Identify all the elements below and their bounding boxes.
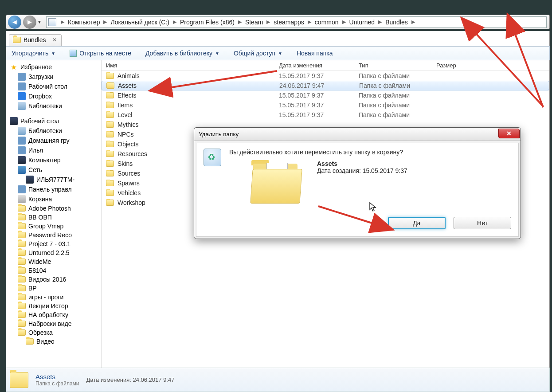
tree-item[interactable]: Библиотеки — [6, 126, 101, 136]
history-dropdown[interactable]: ▼ — [37, 20, 43, 24]
tree-item[interactable]: Илья — [6, 145, 101, 155]
tree-item[interactable]: Домашняя гру — [6, 136, 101, 145]
breadcrumb[interactable]: ▶ Компьютер▶ Локальный диск (C:)▶ Progra… — [46, 16, 547, 28]
file-name: Resources — [117, 150, 147, 157]
share-button[interactable]: Общий доступ ▼ — [234, 50, 282, 57]
crumb-disk-c[interactable]: Локальный диск (C:) — [110, 19, 169, 26]
item-icon — [18, 285, 26, 291]
crumb-steam[interactable]: Steam — [245, 19, 263, 26]
tree-item[interactable]: ИЛЬЯ777ТМ- — [6, 175, 101, 184]
tree-item[interactable]: ВР — [6, 284, 101, 293]
folder-icon — [106, 170, 114, 176]
tree-item[interactable]: Сеть — [6, 165, 101, 175]
tree-item[interactable]: Group Vmap — [6, 222, 101, 231]
details-name: Assets — [35, 373, 79, 380]
tree-downloads[interactable]: Загрузки — [6, 72, 101, 82]
add-to-library-button[interactable]: Добавить в библиотеку ▼ — [145, 50, 219, 57]
tree-item[interactable]: Обрезка — [6, 328, 101, 337]
file-row[interactable]: Items15.05.2017 9:37Папка с файлами — [102, 100, 549, 110]
file-name: Spawns — [117, 180, 140, 187]
item-icon — [18, 276, 26, 282]
tree-item[interactable]: Видео — [6, 337, 101, 346]
downloads-icon — [18, 73, 26, 81]
tree-desktop-root[interactable]: Рабочий стол — [6, 116, 101, 126]
delete-folder-dialog: Удалить папку ✕ Вы действительно хотите … — [194, 127, 521, 239]
dialog-titlebar[interactable]: Удалить папку ✕ — [194, 128, 521, 141]
tree-item[interactable]: Видосы 2016 — [6, 275, 101, 284]
tree-item[interactable]: Password Reco — [6, 231, 101, 239]
tree-item[interactable]: Наброски виде — [6, 319, 101, 328]
tree-item-label: Библиотеки — [28, 127, 62, 134]
organize-button[interactable]: Упорядочить ▼ — [12, 50, 55, 57]
item-icon — [18, 137, 26, 145]
tree-favorites[interactable]: ★Избранное — [6, 62, 101, 72]
folder-icon — [106, 180, 114, 186]
crumb-program-files[interactable]: Program Files (x86) — [180, 19, 235, 26]
back-button[interactable]: ◄ — [8, 16, 21, 29]
tree-item-label: BB ОВП — [28, 214, 52, 221]
tree-item[interactable]: Панель управл — [6, 184, 101, 194]
item-icon — [18, 205, 26, 212]
file-row[interactable]: Level15.05.2017 9:37Папка с файлами — [102, 110, 549, 120]
tree-item[interactable]: НА обработку — [6, 310, 101, 319]
tree-item[interactable]: Б8104 — [6, 266, 101, 275]
crumb-common[interactable]: common — [315, 19, 339, 26]
new-folder-button[interactable]: Новая папка — [297, 50, 333, 57]
tree-dropbox[interactable]: Dropbox — [6, 91, 101, 101]
tree-desktop-fav[interactable]: Рабочий стол — [6, 82, 101, 91]
file-row[interactable]: Animals15.05.2017 9:37Папка с файлами — [102, 71, 549, 81]
item-icon — [18, 214, 26, 220]
folder-icon — [106, 92, 114, 98]
tree-item[interactable]: игры - проги — [6, 293, 101, 302]
dialog-title: Удалить папку — [199, 131, 239, 137]
tree-item[interactable]: Adobe Photosh — [6, 204, 101, 213]
crumb-steamapps[interactable]: steamapps — [274, 19, 304, 26]
yes-button[interactable]: Да — [388, 217, 446, 229]
folder-icon — [106, 161, 114, 167]
tree-item-label: Корзина — [28, 196, 52, 203]
tree-item[interactable]: Корзина — [6, 194, 101, 204]
item-icon — [18, 250, 26, 256]
item-icon — [18, 303, 26, 309]
col-date[interactable]: Дата изменения — [274, 62, 354, 69]
navigation-tree[interactable]: ★Избранное Загрузки Рабочий стол Dropbox… — [6, 60, 102, 368]
file-row[interactable]: Assets24.06.2017 9:47Папка с файлами — [102, 81, 549, 90]
tree-item-label: Видосы 2016 — [28, 276, 66, 283]
tree-item[interactable]: Лекции Истор — [6, 302, 101, 310]
details-pane: Assets Папка с файлами Дата изменения: 2… — [6, 368, 550, 392]
crumb-bundles[interactable]: Bundles — [385, 19, 408, 26]
item-icon — [26, 338, 34, 345]
file-row[interactable]: Effects15.05.2017 9:37Папка с файлами — [102, 90, 549, 100]
forward-button[interactable]: ► — [23, 16, 36, 29]
column-headers: Имя Дата изменения Тип Размер — [102, 60, 549, 71]
tree-libraries-fav[interactable]: Библиотеки — [6, 101, 101, 111]
no-button[interactable]: Нет — [454, 217, 511, 229]
file-type: Папка с файлами — [354, 92, 432, 99]
file-name: Effects — [117, 92, 137, 99]
tree-item-label: Сеть — [28, 166, 42, 173]
tree-item[interactable]: Компьютер — [6, 155, 101, 165]
file-name: Mythics — [117, 121, 138, 128]
folder-icon — [106, 102, 114, 108]
crumb-computer[interactable]: Компьютер — [68, 19, 100, 26]
tab-label: Bundles — [23, 36, 46, 43]
file-name: Assets — [118, 82, 137, 89]
col-type[interactable]: Тип — [354, 62, 432, 69]
tree-item[interactable]: Unturned 2.2.5 — [6, 248, 101, 257]
dialog-close-button[interactable]: ✕ — [498, 129, 520, 138]
tree-item[interactable]: Project 7 - 03.1 — [6, 239, 101, 248]
file-type: Папка с файлами — [354, 102, 432, 109]
tree-item[interactable]: BB ОВП — [6, 213, 101, 222]
folder-icon — [106, 190, 114, 196]
crumb-unturned[interactable]: Unturned — [349, 19, 375, 26]
open-location-button[interactable]: Открыть на месте — [70, 50, 131, 57]
file-name: Level — [117, 111, 132, 118]
tree-item-label: Компьютер — [28, 157, 60, 164]
col-name[interactable]: Имя — [102, 62, 274, 69]
tab-bundles[interactable]: Bundles ✕ — [9, 34, 62, 46]
dialog-message: Вы действительно хотите переместить эту … — [229, 149, 511, 156]
col-size[interactable]: Размер — [432, 62, 476, 69]
tree-item[interactable]: WideMe — [6, 257, 101, 266]
close-tab-icon[interactable]: ✕ — [52, 37, 57, 43]
item-icon — [18, 185, 26, 193]
